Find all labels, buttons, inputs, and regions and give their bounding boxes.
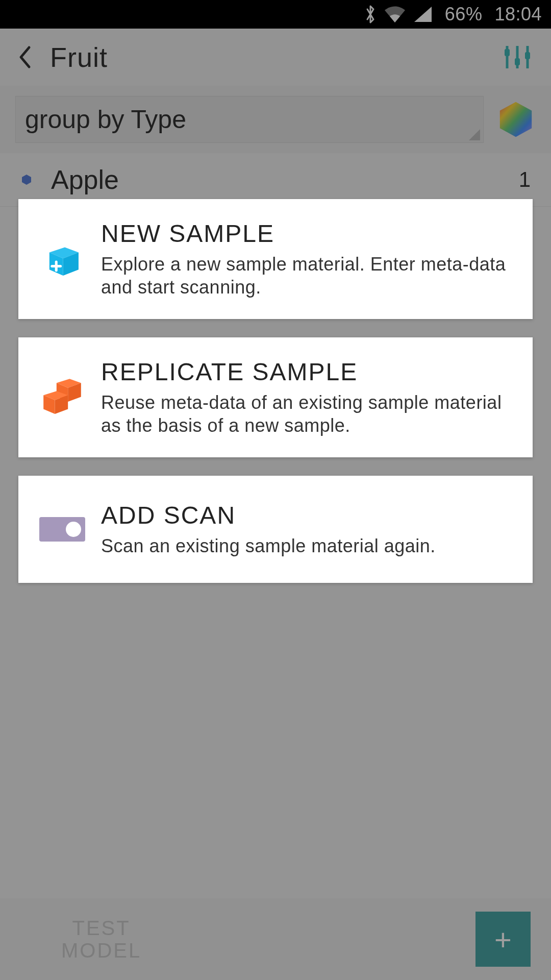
option-title: ADD SCAN [101, 501, 516, 529]
new-sample-cube-icon [36, 233, 89, 286]
option-title: NEW SAMPLE [101, 219, 516, 248]
option-desc: Explore a new sample material. Enter met… [101, 253, 516, 299]
option-desc: Reuse meta-data of an existing sample ma… [101, 391, 516, 437]
modal-overlay[interactable]: NEW SAMPLE Explore a new sample material… [0, 0, 551, 980]
option-replicate-sample[interactable]: REPLICATE SAMPLE Reuse meta-data of an e… [18, 337, 533, 457]
add-scan-toggle-icon [36, 503, 89, 556]
option-desc: Scan an existing sample material again. [101, 534, 516, 557]
option-add-scan[interactable]: ADD SCAN Scan an existing sample materia… [18, 476, 533, 583]
modal-option-list: NEW SAMPLE Explore a new sample material… [0, 199, 551, 583]
option-title: REPLICATE SAMPLE [101, 358, 516, 386]
replicate-cubes-icon [36, 371, 89, 424]
option-new-sample[interactable]: NEW SAMPLE Explore a new sample material… [18, 199, 533, 319]
